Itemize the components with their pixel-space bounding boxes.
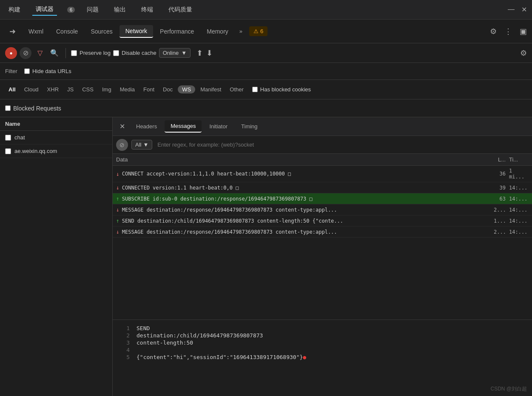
type-filter-cloud[interactable]: Cloud: [21, 85, 42, 94]
file-name-chat: chat: [14, 134, 25, 141]
upload-icon[interactable]: ⬆: [196, 48, 203, 58]
tab-performance[interactable]: Performance: [154, 25, 200, 37]
type-filter-xhr[interactable]: XHR: [44, 85, 62, 94]
warning-badge[interactable]: ⚠ 6: [249, 26, 267, 36]
type-filter-all[interactable]: All: [5, 85, 19, 94]
download-icon[interactable]: ⬇: [206, 48, 213, 58]
row-length: 63: [494, 196, 509, 202]
maximize-icon[interactable]: ✕: [521, 6, 527, 14]
type-filter-other[interactable]: Other: [226, 85, 247, 94]
title-debugger[interactable]: 调试器: [32, 4, 57, 16]
tab-more[interactable]: »: [235, 25, 247, 37]
regex-filter-input[interactable]: [156, 140, 529, 150]
table-row[interactable]: ↓ MESSAGE destination:/response/16946479…: [113, 226, 532, 238]
no-filter-button[interactable]: ⊘: [116, 139, 128, 151]
title-issues[interactable]: 问题: [83, 4, 102, 15]
window-controls: — ✕: [508, 6, 527, 14]
file-checkbox-chat[interactable]: [5, 135, 11, 141]
has-blocked-cookies-checkbox[interactable]: [252, 87, 258, 92]
type-filter-doc[interactable]: Doc: [159, 85, 176, 94]
line-number: 2: [119, 332, 130, 339]
file-checkbox-ae[interactable]: [5, 148, 11, 154]
watermark: CSDN @刘白超: [490, 385, 527, 393]
arrow-down-icon: ↓: [116, 184, 119, 191]
red-dot-icon: ●: [303, 354, 306, 360]
type-filter-ws[interactable]: WS: [178, 85, 195, 93]
title-codequality[interactable]: 代码质量: [165, 4, 196, 15]
column-data: Data: [116, 156, 494, 163]
gear-icon[interactable]: ⚙: [488, 25, 498, 38]
title-output[interactable]: 输出: [111, 4, 129, 15]
table-row[interactable]: ↓ CONNECT accept-version:1.1,1.0 heart-b…: [113, 166, 532, 182]
tab-console[interactable]: Console: [50, 25, 84, 37]
minimize-icon[interactable]: —: [508, 6, 515, 14]
type-filter-css[interactable]: CSS: [79, 85, 97, 94]
blocked-requests-checkbox[interactable]: [5, 105, 11, 111]
hide-data-urls-label: Hide data URLs: [32, 68, 71, 74]
filter-button[interactable]: ▽: [34, 47, 46, 59]
has-blocked-cookies-group: Has blocked cookies: [252, 86, 311, 93]
type-filter-media[interactable]: Media: [117, 85, 138, 94]
preserve-log-label: Preserve log: [80, 50, 111, 56]
network-toolbar: ● ⊘ ▽ 🔍 Preserve log Disable cache Onlin…: [0, 43, 532, 63]
tab-sources[interactable]: Sources: [85, 25, 118, 37]
record-button[interactable]: ●: [5, 47, 17, 59]
search-button[interactable]: 🔍: [48, 47, 60, 59]
online-dropdown[interactable]: Online ▼: [159, 48, 191, 58]
table-row[interactable]: ↓ CONNECTED version:1.1 heart-beat:0,0 □…: [113, 182, 532, 193]
toolbar-settings-icon[interactable]: ⚙: [520, 48, 527, 58]
row-text: MESSAGE destination:/response/1694647987…: [122, 229, 494, 235]
table-row[interactable]: ↓ MESSAGE destination:/response/16946479…: [113, 204, 532, 215]
preserve-log-checkbox[interactable]: [71, 50, 77, 56]
row-time: 14:...: [509, 229, 529, 235]
type-filter-img[interactable]: Img: [99, 85, 115, 94]
filter-label: Filter: [5, 68, 17, 74]
close-panel-icon[interactable]: ✕: [116, 121, 128, 132]
right-panel: ✕ Headers Messages Initiator Timing ⊘ Al…: [113, 117, 532, 396]
list-item[interactable]: ae.weixin.qq.com: [0, 144, 112, 158]
row-length: 39: [494, 185, 509, 191]
tab-headers[interactable]: Headers: [130, 121, 163, 132]
type-filter-js[interactable]: JS: [64, 85, 77, 94]
disable-cache-checkbox[interactable]: [113, 50, 119, 56]
tab-initiator[interactable]: Initiator: [203, 121, 233, 132]
upload-buttons: ⬆ ⬇: [196, 48, 213, 58]
tab-timing[interactable]: Timing: [235, 121, 264, 132]
blocked-bar: Blocked Requests: [0, 99, 532, 117]
detail-line: 5 {"content":"hi","sessionId":"169641338…: [119, 354, 525, 360]
blocked-requests-label: Blocked Requests: [13, 105, 61, 112]
list-item[interactable]: chat: [0, 131, 112, 144]
detail-line: 2 destination:/child/1694647987369807873: [119, 332, 525, 339]
dock-icon[interactable]: ▣: [518, 25, 529, 38]
file-list-header: Name: [0, 117, 112, 131]
preserve-log-group: Preserve log: [71, 50, 111, 56]
stop-button[interactable]: ⊘: [20, 47, 31, 59]
tab-wxml[interactable]: Wxml: [23, 25, 49, 37]
tab-network[interactable]: Network: [119, 25, 153, 38]
dropdown-chevron-icon: ▼: [143, 141, 148, 148]
has-blocked-cookies-label: Has blocked cookies: [260, 86, 311, 93]
file-list: Name chat ae.weixin.qq.com: [0, 117, 113, 396]
detail-line: 1 SEND: [119, 325, 525, 331]
title-build[interactable]: 构建: [5, 4, 24, 15]
tab-messages[interactable]: Messages: [165, 120, 202, 133]
row-length: 2...: [494, 229, 509, 235]
tab-memory[interactable]: Memory: [201, 25, 234, 37]
hide-data-urls-checkbox[interactable]: [24, 68, 30, 74]
disable-cache-group: Disable cache: [113, 50, 156, 56]
line-number: 5: [119, 354, 130, 360]
data-rows: ↓ CONNECT accept-version:1.1,1.0 heart-b…: [113, 166, 532, 320]
all-filter-label: All: [135, 141, 141, 148]
tab-cursor-icon[interactable]: ➜: [3, 24, 22, 39]
table-row[interactable]: ↑ SEND destination:/child/16946479873698…: [113, 215, 532, 226]
row-text: CONNECT accept-version:1.1,1.0 heart-bea…: [122, 171, 494, 177]
title-terminal[interactable]: 终端: [138, 4, 156, 15]
type-filter-manifest[interactable]: Manifest: [197, 85, 225, 94]
more-icon[interactable]: ⋮: [503, 25, 514, 38]
all-filter-dropdown[interactable]: All ▼: [131, 140, 152, 150]
column-time: Ti...: [509, 156, 529, 163]
type-filter-font[interactable]: Font: [140, 85, 158, 94]
dropdown-arrow-icon: ▼: [181, 50, 187, 56]
row-text: MESSAGE destination:/response/1694647987…: [122, 207, 494, 213]
table-row[interactable]: ↑ SUBSCRIBE id:sub-0 destination:/respon…: [113, 193, 532, 204]
